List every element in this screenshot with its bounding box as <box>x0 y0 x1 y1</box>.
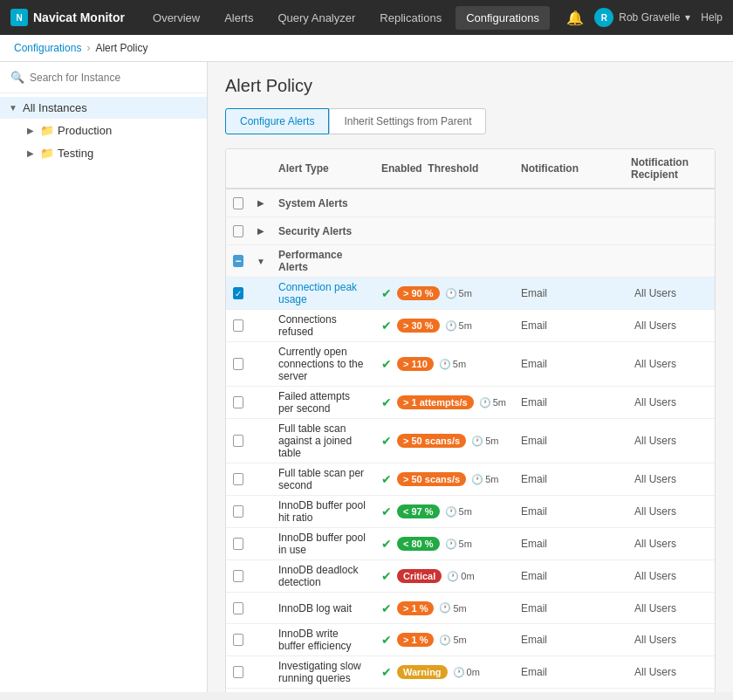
performance-alerts-toggle[interactable]: ▼ <box>257 254 265 268</box>
breadcrumb-parent[interactable]: Configurations <box>14 42 81 54</box>
layout: 🔍 ▼ All Instances ▶ 📁 Production ▶ 📁 Tes… <box>0 62 733 692</box>
row-threshold: ✔ > 30 % 🕐 5m <box>374 315 514 336</box>
row-slow-queries: Investigating slow running queries ✔ War… <box>226 656 715 689</box>
row-recipient: All Users <box>627 354 715 374</box>
nav-configurations[interactable]: Configurations <box>456 6 550 30</box>
security-alerts-check[interactable] <box>226 222 250 241</box>
user-avatar: R <box>594 8 613 27</box>
row-name[interactable]: Currently open connections to the server <box>271 342 374 386</box>
security-alerts-toggle[interactable]: ▶ <box>257 224 264 238</box>
nav-overview[interactable]: Overview <box>142 6 210 30</box>
all-instances-toggle[interactable]: ▼ <box>7 102 19 114</box>
testing-toggle[interactable]: ▶ <box>24 147 37 159</box>
nav-replications[interactable]: Replications <box>369 6 452 30</box>
row-check[interactable] <box>226 662 250 682</box>
threshold-badge: > 50 scans/s <box>397 434 466 448</box>
row-name[interactable]: Failed attempts per second <box>271 387 374 418</box>
user-menu[interactable]: R Rob Gravelle ▾ <box>594 8 690 27</box>
row-checkbox[interactable] <box>233 319 243 332</box>
row-checkbox[interactable]: ✓ <box>233 287 243 299</box>
sidebar-item-all-instances[interactable]: ▼ All Instances <box>0 97 207 119</box>
row-check[interactable] <box>226 316 250 335</box>
sidebar-tree: ▼ All Instances ▶ 📁 Production ▶ 📁 Testi… <box>0 93 207 168</box>
row-notification: Email <box>514 354 627 374</box>
row-check[interactable] <box>226 393 250 412</box>
row-expand <box>250 322 271 329</box>
row-threshold: ✔ > 1 attempts/s 🕐 5m <box>374 392 514 413</box>
search-container: 🔍 <box>0 62 207 93</box>
row-check[interactable] <box>226 534 250 553</box>
system-alerts-toggle[interactable]: ▶ <box>257 196 264 210</box>
row-expand <box>250 360 271 367</box>
search-input[interactable] <box>30 72 196 84</box>
th-alert-type: Alert Type <box>271 162 374 175</box>
tab-inherit-settings[interactable]: Inherit Settings from Parent <box>329 108 486 134</box>
row-check[interactable] <box>226 502 250 521</box>
row-check[interactable]: ✓ <box>226 284 250 303</box>
row-name[interactable]: Connections refused <box>271 310 374 341</box>
row-name[interactable]: Maximum concurrently connections <box>271 689 374 692</box>
app-name: Navicat Monitor <box>33 10 125 24</box>
row-check[interactable] <box>226 630 250 649</box>
row-checkbox[interactable] <box>233 602 243 614</box>
enabled-icon: ✔ <box>381 569 392 583</box>
row-check[interactable] <box>226 566 250 586</box>
system-alerts-checkbox[interactable] <box>233 197 243 209</box>
system-alerts-check[interactable] <box>226 194 250 213</box>
sidebar-item-testing[interactable]: ▶ 📁 Testing <box>17 141 207 164</box>
row-threshold: ✔ < 80 % 🕐 5m <box>374 533 514 554</box>
row-check[interactable] <box>226 470 250 489</box>
row-checkbox[interactable] <box>233 570 243 582</box>
row-check[interactable] <box>226 431 250 450</box>
row-name[interactable]: InnoDB write buffer efficiency <box>271 624 374 655</box>
row-checkbox[interactable] <box>233 538 243 550</box>
nav-alerts[interactable]: Alerts <box>214 6 264 30</box>
folder-icon-testing: 📁 <box>40 146 54 160</box>
row-name[interactable]: Connection peak usage <box>271 278 374 309</box>
sidebar-item-production[interactable]: ▶ 📁 Production <box>17 119 207 141</box>
breadcrumb: Configurations › Alert Policy <box>0 35 733 62</box>
time-badge: 🕐 5m <box>445 320 472 332</box>
search-icon: 🔍 <box>10 71 24 84</box>
row-checkbox[interactable] <box>233 396 243 408</box>
user-name: Rob Gravelle <box>619 11 680 24</box>
row-name[interactable]: Investigating slow running queries <box>271 656 374 688</box>
row-checkbox[interactable] <box>233 358 243 370</box>
row-checkbox[interactable] <box>233 435 243 447</box>
performance-alerts-checkbox[interactable]: − <box>233 255 243 267</box>
production-toggle[interactable]: ▶ <box>24 124 37 136</box>
system-alerts-threshold <box>374 200 514 207</box>
row-check[interactable] <box>226 599 250 618</box>
row-full-table-joined: Full table scan against a joined table ✔… <box>226 419 715 463</box>
row-name[interactable]: Full table scan against a joined table <box>271 419 374 463</box>
row-name[interactable]: InnoDB log wait <box>271 599 374 618</box>
row-check[interactable] <box>226 354 250 374</box>
folder-icon: 📁 <box>40 123 54 137</box>
performance-alerts-expand[interactable]: ▼ <box>250 250 271 271</box>
tab-configure-alerts[interactable]: Configure Alerts <box>225 108 329 134</box>
breadcrumb-separator: › <box>86 42 90 54</box>
nav-query-analyzer[interactable]: Query Analyzer <box>267 6 366 30</box>
threshold-badge: > 30 % <box>397 319 440 333</box>
enabled-icon: ✔ <box>381 395 392 409</box>
security-alerts-expand[interactable]: ▶ <box>250 221 271 242</box>
threshold-badge: > 50 scans/s <box>397 472 466 486</box>
row-connections-refused: Connections refused ✔ > 30 % 🕐 5m Email … <box>226 310 715 342</box>
enabled-check-icon: ✔ <box>381 286 392 300</box>
row-checkbox[interactable] <box>233 505 243 518</box>
row-recipient: All Users <box>627 630 715 649</box>
row-checkbox[interactable] <box>233 666 243 678</box>
bell-icon[interactable]: 🔔 <box>566 10 584 26</box>
system-alerts-expand[interactable]: ▶ <box>250 193 271 214</box>
row-name[interactable]: Full table scan per second <box>271 463 374 495</box>
row-name[interactable]: InnoDB buffer pool in use <box>271 528 374 559</box>
security-alerts-checkbox[interactable] <box>233 225 243 237</box>
row-name[interactable]: InnoDB buffer pool hit ratio <box>271 496 374 527</box>
enabled-icon: ✔ <box>381 504 392 518</box>
row-checkbox[interactable] <box>233 473 243 485</box>
help-link[interactable]: Help <box>701 11 723 24</box>
row-name[interactable]: InnoDB deadlock detection <box>271 560 374 592</box>
row-checkbox[interactable] <box>233 634 243 646</box>
performance-alerts-check[interactable]: − <box>226 251 250 271</box>
security-alerts-notification <box>514 228 627 235</box>
